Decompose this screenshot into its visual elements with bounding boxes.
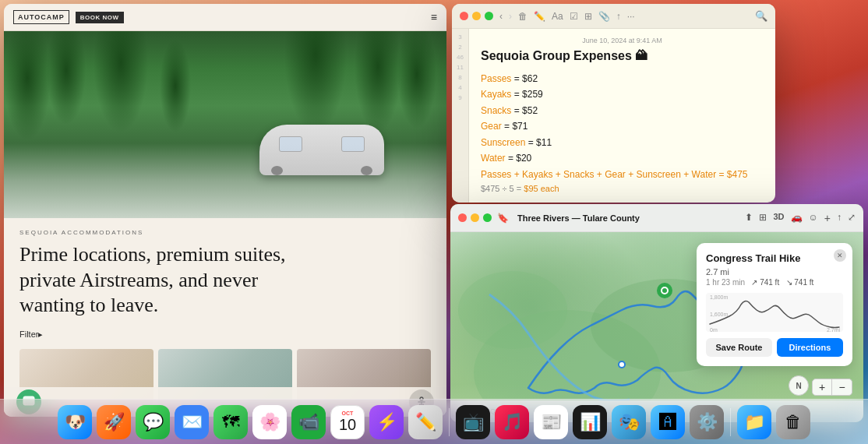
maps-traffic-lights: [458, 213, 492, 222]
notes-title: Sequoia Group Expenses 🏔: [481, 49, 764, 63]
hike-card-distance: 2.7 mi: [706, 267, 843, 277]
autocamp-logo: AUTOCAMP: [13, 10, 69, 24]
dock-icon-photos[interactable]: 🌸: [252, 405, 287, 439]
svg-text:0m: 0m: [710, 327, 718, 332]
dock-icon-launchpad[interactable]: 🚀: [97, 405, 131, 439]
section-label: SEQUOIA ACCOMMODATIONS: [19, 229, 431, 236]
svg-point-10: [619, 362, 624, 367]
maps-toolbar: 🔖 Three Rivers — Tulare County ⬆ ⊞ 3D 🚗 …: [450, 204, 863, 232]
directions-button[interactable]: Directions: [777, 338, 843, 357]
notes-line-snacks: Snacks = $52: [481, 103, 764, 118]
dock-icon-trash[interactable]: 🗑: [776, 405, 810, 439]
forward-icon: ›: [509, 11, 512, 22]
compass-button[interactable]: N: [789, 375, 809, 396]
add-icon[interactable]: +: [824, 212, 831, 224]
dock-icon-freeform[interactable]: ✏️: [408, 405, 443, 439]
dock-icon-app-store[interactable]: 🅰: [651, 405, 685, 439]
notes-content: June 10, 2024 at 9:41 AM Sequoia Group E…: [469, 29, 775, 203]
close-button[interactable]: [460, 12, 468, 20]
dock-icon-news[interactable]: 📰: [534, 405, 568, 439]
notes-line-passes: Passes = $62: [481, 71, 764, 86]
dock-separator-2: [730, 408, 731, 436]
table-icon[interactable]: ⊞: [584, 11, 592, 22]
zoom-out-button[interactable]: −: [832, 379, 852, 396]
maps-window: 🔖 Three Rivers — Tulare County ⬆ ⊞ 3D 🚗 …: [450, 204, 863, 422]
map-options-icon[interactable]: ⊞: [759, 212, 767, 224]
maps-minimize-button[interactable]: [471, 213, 479, 222]
maps-toolbar-icons: ⬆ ⊞ 3D 🚗 ☺ + ↑ ⤢: [745, 212, 856, 224]
svg-text:1,600m: 1,600m: [710, 312, 729, 317]
dock-icon-shortcuts[interactable]: ⚡: [369, 405, 404, 439]
notes-window: ‹ › 🗑 ✏️ Aa ☑ ⊞ 📎 ↑ ··· 🔍 3 2 46 11 8 4 …: [452, 4, 775, 203]
dock-icon-stocks[interactable]: 📊: [573, 405, 607, 439]
dock-icon-calendar[interactable]: OCT 10: [330, 405, 365, 439]
hike-detail-card: ✕ Congress Trail Hike 2.7 mi 1 hr 23 min…: [697, 243, 852, 366]
back-icon[interactable]: ‹: [499, 11, 503, 22]
dock-icon-system-preferences[interactable]: ⚙️: [690, 405, 724, 439]
minimize-button[interactable]: [472, 12, 481, 20]
notes-division-line: $475 ÷ 5 = $95 each: [481, 181, 764, 196]
location-icon[interactable]: ⬆: [745, 212, 753, 224]
compose-icon[interactable]: ✏️: [534, 11, 545, 22]
autocamp-header: AUTOCAMP BOOK NOW ≡: [4, 4, 446, 31]
dock-icon-maps[interactable]: 🗺: [213, 405, 248, 439]
traffic-lights: [460, 12, 493, 20]
maps-location-title: Three Rivers — Tulare County: [517, 213, 640, 223]
zoom-controls: + −: [812, 379, 852, 396]
maps-content: ✕ Congress Trail Hike 2.7 mi 1 hr 23 min…: [450, 232, 863, 422]
three-d-icon[interactable]: 3D: [773, 212, 784, 224]
hero-image: [4, 31, 446, 218]
svg-point-8: [662, 288, 667, 293]
hike-card-time: 1 hr 23 min ↗ 741 ft ↘ 741 ft: [706, 278, 843, 287]
expand-icon[interactable]: ⤢: [848, 212, 856, 224]
notes-line-sunscreen: Sunscreen = $11: [481, 135, 764, 150]
share-icon[interactable]: ↑: [616, 11, 621, 22]
dock-icon-finder2[interactable]: 📁: [737, 405, 771, 439]
search-icon[interactable]: 🔍: [755, 10, 767, 22]
rate-icon[interactable]: ☺: [809, 212, 818, 224]
svg-point-5: [458, 271, 567, 349]
dock-separator-1: [449, 408, 450, 436]
zoom-in-button[interactable]: +: [812, 379, 832, 396]
font-icon[interactable]: Aa: [552, 11, 563, 22]
more-icon[interactable]: ···: [627, 11, 635, 22]
share-icon[interactable]: ↑: [837, 212, 842, 224]
notes-sum-line: Passes + Kayaks + Snacks + Gear + Sunscr…: [481, 169, 764, 180]
dock-icon-mail[interactable]: ✉️: [175, 405, 209, 439]
dock-icon-apple-tv[interactable]: 📺: [456, 405, 490, 439]
hike-card-title: Congress Trail Hike: [706, 252, 843, 264]
hamburger-icon[interactable]: ≡: [431, 11, 437, 23]
airstream-trailer: [259, 125, 384, 175]
autocamp-window: AUTOCAMP BOOK NOW ≡ SEQUOIA ACCOMMODATIO…: [4, 4, 446, 417]
notes-line-water: Water = $20: [481, 150, 764, 166]
notes-line-kayaks: Kayaks = $259: [481, 86, 764, 102]
dock-icon-keynote[interactable]: 🎭: [612, 405, 646, 439]
elevation-chart: 0m 2.7mi 1,800m 1,600m: [706, 293, 843, 332]
filter-link[interactable]: Filter▸: [19, 329, 431, 340]
notes-sidebar: 3 2 46 11 8 4 9: [452, 29, 469, 203]
checklist-icon[interactable]: ☑: [570, 11, 578, 22]
maps-close-button[interactable]: [458, 213, 467, 222]
svg-text:1,800m: 1,800m: [710, 294, 729, 300]
dock: 🐶 🚀 💬 ✉️ 🗺 🌸 📹 OCT 10: [0, 399, 868, 444]
autocamp-headline: Prime locations, premium suites, private…: [19, 242, 316, 319]
dock-icon-music[interactable]: 🎵: [495, 405, 529, 439]
fullscreen-button[interactable]: [485, 12, 493, 20]
dock-icon-facetime[interactable]: 📹: [291, 405, 326, 439]
svg-text:2.7mi: 2.7mi: [827, 327, 841, 332]
dock-icon-messages[interactable]: 💬: [136, 405, 170, 439]
notes-line-gear: Gear = $71: [481, 118, 764, 134]
attachment-icon[interactable]: 📎: [598, 11, 610, 22]
trash-icon[interactable]: 🗑: [518, 11, 528, 22]
hike-card-buttons: Save Route Directions: [706, 338, 843, 357]
hike-card-close-button[interactable]: ✕: [834, 249, 846, 262]
desktop: AUTOCAMP BOOK NOW ≡ SEQUOIA ACCOMMODATIO…: [0, 0, 868, 444]
drive-icon[interactable]: 🚗: [791, 212, 803, 224]
notes-date: June 10, 2024 at 9:41 AM: [481, 37, 764, 44]
save-route-button[interactable]: Save Route: [706, 338, 772, 357]
book-now-button[interactable]: BOOK NOW: [76, 12, 124, 23]
hero-trees: [4, 31, 446, 218]
maps-fullscreen-button[interactable]: [483, 213, 492, 222]
dock-icon-finder[interactable]: 🐶: [58, 405, 92, 439]
notes-toolbar: ‹ › 🗑 ✏️ Aa ☑ ⊞ 📎 ↑ ··· 🔍: [452, 4, 775, 29]
